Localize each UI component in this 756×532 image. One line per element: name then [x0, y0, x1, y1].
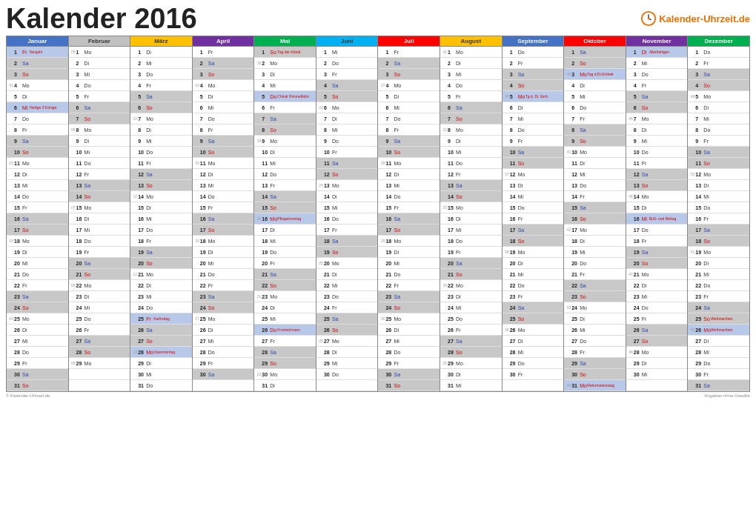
day-abbr: Fr	[208, 205, 216, 210]
month-header-0: Januar	[7, 36, 68, 47]
day-number: 20	[448, 261, 455, 266]
day-abbr: Mi	[270, 316, 277, 322]
day-number: 29	[324, 361, 331, 366]
day-abbr: Sa	[394, 61, 401, 66]
day-row: 3926Mo	[503, 325, 564, 336]
day-abbr: Sa	[580, 283, 587, 288]
day-row: 6Mi	[193, 102, 254, 113]
day-number: 23	[200, 294, 208, 299]
day-number: 31	[695, 383, 703, 388]
day-abbr: Di	[703, 261, 711, 266]
day-abbr: Fr	[580, 350, 587, 355]
day-abbr: Di	[456, 61, 463, 66]
day-number: 8	[76, 127, 84, 133]
day-abbr: Sa	[642, 94, 649, 99]
day-abbr: Di	[394, 94, 401, 99]
day-row: 11Sa	[316, 158, 378, 169]
week-number: 24	[317, 183, 323, 187]
day-number: 4	[14, 83, 21, 88]
day-number: 2	[385, 61, 393, 66]
day-row: 403MoTag d.Dt.Einheit	[564, 69, 626, 80]
day-row: 19Sa	[130, 247, 192, 258]
day-abbr: Mo	[332, 105, 339, 110]
day-row: 2016MoPfingstmontag	[254, 213, 316, 225]
day-row: 14Mi	[503, 191, 564, 202]
month-juli: Juli1Fr2Sa3So274Mo5Di6Mi7Do8Fr9Sa10So281…	[378, 36, 440, 391]
day-abbr: Di	[22, 250, 30, 255]
day-number: 16	[138, 216, 145, 222]
day-row: 13Fr	[254, 180, 316, 191]
day-number: 4	[634, 83, 641, 88]
day-abbr: Do	[146, 383, 153, 388]
day-abbr: So	[22, 72, 30, 77]
day-number: 3	[571, 72, 579, 77]
day-number: 4	[510, 83, 517, 88]
holiday-text: Pfingstmontag	[277, 216, 315, 221]
day-number: 10	[385, 150, 393, 155]
day-abbr: So	[456, 116, 463, 122]
month-header-8: September	[503, 36, 564, 47]
day-number: 16	[324, 216, 331, 222]
day-number: 4	[76, 83, 84, 88]
day-number: 12	[634, 172, 641, 177]
day-row: 30So	[564, 369, 626, 380]
day-abbr: Mi	[208, 339, 216, 344]
day-abbr: Di	[518, 339, 525, 344]
day-row: 22Mi	[316, 280, 378, 291]
day-abbr: Do	[84, 316, 92, 322]
day-number: 21	[695, 272, 703, 277]
day-abbr: Do	[84, 239, 92, 244]
day-row: 7Fr	[564, 113, 626, 124]
day-row: 13So	[130, 180, 192, 191]
day-abbr: Sa	[518, 305, 525, 310]
day-number: 27	[695, 339, 703, 344]
day-number: 6	[448, 105, 455, 110]
day-number: 19	[324, 250, 331, 255]
day-number: 20	[262, 261, 269, 266]
day-number: 7	[14, 116, 21, 122]
day-row	[503, 380, 564, 391]
day-number: 19	[262, 250, 269, 255]
day-row: 3So	[7, 69, 68, 80]
day-abbr: So	[84, 116, 92, 122]
day-row: 15So	[254, 202, 316, 213]
day-number: 17	[200, 227, 208, 233]
day-number: 11	[200, 161, 208, 166]
day-row: 4So	[503, 80, 564, 91]
day-abbr: Mo	[146, 194, 153, 199]
day-number: 26	[14, 327, 21, 333]
day-row: 26Di	[193, 325, 254, 336]
day-number: 4	[324, 83, 331, 88]
day-row: 26Sa	[626, 325, 688, 336]
week-number: 21	[255, 294, 261, 299]
day-row: 29Do	[688, 358, 749, 369]
day-abbr: Mi	[146, 294, 153, 299]
day-abbr: Do	[22, 116, 30, 122]
day-number: 16	[695, 216, 703, 222]
week-number: 07	[70, 205, 76, 210]
day-number: 3	[448, 72, 455, 77]
day-abbr: Mo	[208, 161, 216, 166]
day-abbr: Mi	[332, 205, 339, 210]
day-number: 1	[695, 50, 703, 55]
day-abbr: Do	[394, 350, 401, 355]
day-abbr: Fr	[22, 361, 30, 366]
day-row: 15Di	[130, 202, 192, 213]
day-abbr: Mi	[456, 305, 463, 310]
day-number: 31	[448, 383, 455, 388]
day-row: 15Do	[503, 202, 564, 213]
day-row: 0318Mo	[7, 236, 68, 247]
day-abbr: Di	[332, 194, 339, 199]
holiday-text: Tg d. Di. Einh.	[525, 94, 563, 99]
day-number: 10	[14, 150, 21, 155]
day-abbr: Mi	[208, 183, 216, 188]
day-abbr: Mo	[580, 72, 587, 77]
day-number: 17	[324, 227, 331, 233]
month-header-1: Februar	[69, 36, 130, 47]
day-abbr: Sa	[208, 139, 216, 144]
day-abbr: Mo	[518, 94, 525, 99]
week-number: 32	[441, 127, 447, 132]
day-number: 5	[571, 94, 579, 99]
day-abbr: Mi	[270, 161, 277, 166]
day-row: 30Mi	[626, 369, 688, 380]
